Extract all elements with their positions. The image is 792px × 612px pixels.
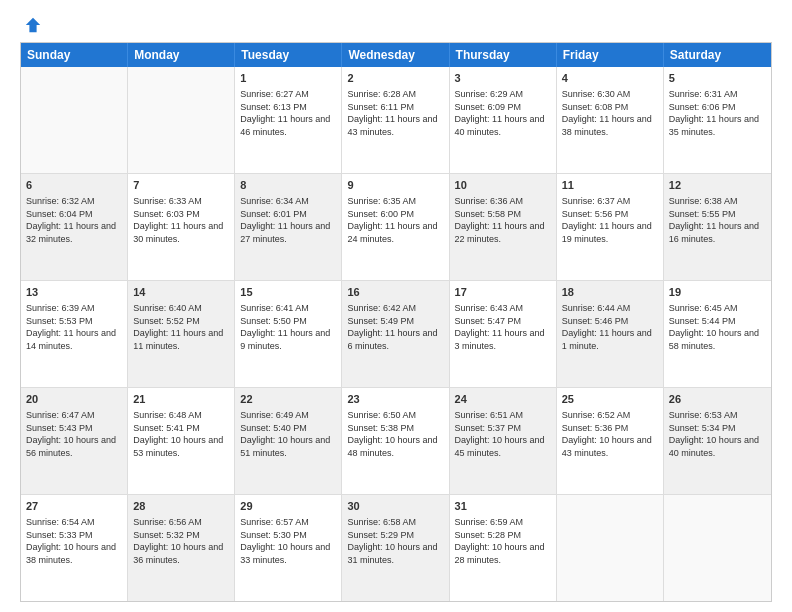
day-number: 4 xyxy=(562,71,658,86)
weekday-header: Monday xyxy=(128,43,235,67)
cell-info: Sunrise: 6:34 AMSunset: 6:01 PMDaylight:… xyxy=(240,196,330,244)
calendar-cell xyxy=(664,495,771,601)
day-number: 23 xyxy=(347,392,443,407)
day-number: 10 xyxy=(455,178,551,193)
cell-info: Sunrise: 6:32 AMSunset: 6:04 PMDaylight:… xyxy=(26,196,116,244)
day-number: 31 xyxy=(455,499,551,514)
cell-info: Sunrise: 6:37 AMSunset: 5:56 PMDaylight:… xyxy=(562,196,652,244)
day-number: 13 xyxy=(26,285,122,300)
day-number: 16 xyxy=(347,285,443,300)
calendar-cell: 15Sunrise: 6:41 AMSunset: 5:50 PMDayligh… xyxy=(235,281,342,387)
calendar-cell: 22Sunrise: 6:49 AMSunset: 5:40 PMDayligh… xyxy=(235,388,342,494)
day-number: 27 xyxy=(26,499,122,514)
day-number: 25 xyxy=(562,392,658,407)
day-number: 20 xyxy=(26,392,122,407)
day-number: 3 xyxy=(455,71,551,86)
day-number: 21 xyxy=(133,392,229,407)
calendar-cell: 20Sunrise: 6:47 AMSunset: 5:43 PMDayligh… xyxy=(21,388,128,494)
calendar-cell: 3Sunrise: 6:29 AMSunset: 6:09 PMDaylight… xyxy=(450,67,557,173)
weekday-header: Sunday xyxy=(21,43,128,67)
calendar-cell: 6Sunrise: 6:32 AMSunset: 6:04 PMDaylight… xyxy=(21,174,128,280)
calendar-cell: 19Sunrise: 6:45 AMSunset: 5:44 PMDayligh… xyxy=(664,281,771,387)
weekday-header: Saturday xyxy=(664,43,771,67)
calendar-cell: 7Sunrise: 6:33 AMSunset: 6:03 PMDaylight… xyxy=(128,174,235,280)
calendar-cell: 14Sunrise: 6:40 AMSunset: 5:52 PMDayligh… xyxy=(128,281,235,387)
cell-info: Sunrise: 6:45 AMSunset: 5:44 PMDaylight:… xyxy=(669,303,759,351)
cell-info: Sunrise: 6:57 AMSunset: 5:30 PMDaylight:… xyxy=(240,517,330,565)
calendar-row: 1Sunrise: 6:27 AMSunset: 6:13 PMDaylight… xyxy=(21,67,771,173)
calendar-cell: 2Sunrise: 6:28 AMSunset: 6:11 PMDaylight… xyxy=(342,67,449,173)
day-number: 12 xyxy=(669,178,766,193)
cell-info: Sunrise: 6:52 AMSunset: 5:36 PMDaylight:… xyxy=(562,410,652,458)
day-number: 29 xyxy=(240,499,336,514)
logo-icon xyxy=(24,16,42,34)
cell-info: Sunrise: 6:49 AMSunset: 5:40 PMDaylight:… xyxy=(240,410,330,458)
calendar-page: SundayMondayTuesdayWednesdayThursdayFrid… xyxy=(0,0,792,612)
day-number: 26 xyxy=(669,392,766,407)
svg-marker-0 xyxy=(26,18,40,32)
calendar-cell: 13Sunrise: 6:39 AMSunset: 5:53 PMDayligh… xyxy=(21,281,128,387)
day-number: 1 xyxy=(240,71,336,86)
cell-info: Sunrise: 6:56 AMSunset: 5:32 PMDaylight:… xyxy=(133,517,223,565)
calendar-cell: 26Sunrise: 6:53 AMSunset: 5:34 PMDayligh… xyxy=(664,388,771,494)
cell-info: Sunrise: 6:54 AMSunset: 5:33 PMDaylight:… xyxy=(26,517,116,565)
cell-info: Sunrise: 6:31 AMSunset: 6:06 PMDaylight:… xyxy=(669,89,759,137)
calendar-row: 6Sunrise: 6:32 AMSunset: 6:04 PMDaylight… xyxy=(21,173,771,280)
cell-info: Sunrise: 6:29 AMSunset: 6:09 PMDaylight:… xyxy=(455,89,545,137)
calendar-cell xyxy=(21,67,128,173)
cell-info: Sunrise: 6:42 AMSunset: 5:49 PMDaylight:… xyxy=(347,303,437,351)
calendar-cell xyxy=(128,67,235,173)
cell-info: Sunrise: 6:33 AMSunset: 6:03 PMDaylight:… xyxy=(133,196,223,244)
calendar-cell: 5Sunrise: 6:31 AMSunset: 6:06 PMDaylight… xyxy=(664,67,771,173)
calendar-body: 1Sunrise: 6:27 AMSunset: 6:13 PMDaylight… xyxy=(21,67,771,601)
day-number: 14 xyxy=(133,285,229,300)
cell-info: Sunrise: 6:38 AMSunset: 5:55 PMDaylight:… xyxy=(669,196,759,244)
calendar-cell: 27Sunrise: 6:54 AMSunset: 5:33 PMDayligh… xyxy=(21,495,128,601)
day-number: 17 xyxy=(455,285,551,300)
day-number: 22 xyxy=(240,392,336,407)
calendar-cell: 4Sunrise: 6:30 AMSunset: 6:08 PMDaylight… xyxy=(557,67,664,173)
logo xyxy=(20,16,42,34)
day-number: 5 xyxy=(669,71,766,86)
cell-info: Sunrise: 6:47 AMSunset: 5:43 PMDaylight:… xyxy=(26,410,116,458)
calendar-row: 20Sunrise: 6:47 AMSunset: 5:43 PMDayligh… xyxy=(21,387,771,494)
cell-info: Sunrise: 6:40 AMSunset: 5:52 PMDaylight:… xyxy=(133,303,223,351)
cell-info: Sunrise: 6:44 AMSunset: 5:46 PMDaylight:… xyxy=(562,303,652,351)
day-number: 8 xyxy=(240,178,336,193)
cell-info: Sunrise: 6:36 AMSunset: 5:58 PMDaylight:… xyxy=(455,196,545,244)
day-number: 30 xyxy=(347,499,443,514)
calendar-row: 27Sunrise: 6:54 AMSunset: 5:33 PMDayligh… xyxy=(21,494,771,601)
calendar-header: SundayMondayTuesdayWednesdayThursdayFrid… xyxy=(21,43,771,67)
calendar-cell: 9Sunrise: 6:35 AMSunset: 6:00 PMDaylight… xyxy=(342,174,449,280)
day-number: 6 xyxy=(26,178,122,193)
calendar-cell: 16Sunrise: 6:42 AMSunset: 5:49 PMDayligh… xyxy=(342,281,449,387)
cell-info: Sunrise: 6:50 AMSunset: 5:38 PMDaylight:… xyxy=(347,410,437,458)
calendar-cell xyxy=(557,495,664,601)
calendar-cell: 23Sunrise: 6:50 AMSunset: 5:38 PMDayligh… xyxy=(342,388,449,494)
calendar-cell: 10Sunrise: 6:36 AMSunset: 5:58 PMDayligh… xyxy=(450,174,557,280)
header xyxy=(20,16,772,34)
cell-info: Sunrise: 6:27 AMSunset: 6:13 PMDaylight:… xyxy=(240,89,330,137)
day-number: 2 xyxy=(347,71,443,86)
day-number: 19 xyxy=(669,285,766,300)
day-number: 11 xyxy=(562,178,658,193)
calendar-cell: 28Sunrise: 6:56 AMSunset: 5:32 PMDayligh… xyxy=(128,495,235,601)
calendar-cell: 24Sunrise: 6:51 AMSunset: 5:37 PMDayligh… xyxy=(450,388,557,494)
weekday-header: Tuesday xyxy=(235,43,342,67)
calendar-cell: 31Sunrise: 6:59 AMSunset: 5:28 PMDayligh… xyxy=(450,495,557,601)
day-number: 9 xyxy=(347,178,443,193)
cell-info: Sunrise: 6:35 AMSunset: 6:00 PMDaylight:… xyxy=(347,196,437,244)
cell-info: Sunrise: 6:30 AMSunset: 6:08 PMDaylight:… xyxy=(562,89,652,137)
calendar-cell: 29Sunrise: 6:57 AMSunset: 5:30 PMDayligh… xyxy=(235,495,342,601)
calendar-cell: 21Sunrise: 6:48 AMSunset: 5:41 PMDayligh… xyxy=(128,388,235,494)
day-number: 7 xyxy=(133,178,229,193)
day-number: 15 xyxy=(240,285,336,300)
cell-info: Sunrise: 6:58 AMSunset: 5:29 PMDaylight:… xyxy=(347,517,437,565)
weekday-header: Thursday xyxy=(450,43,557,67)
calendar-cell: 12Sunrise: 6:38 AMSunset: 5:55 PMDayligh… xyxy=(664,174,771,280)
calendar-cell: 8Sunrise: 6:34 AMSunset: 6:01 PMDaylight… xyxy=(235,174,342,280)
cell-info: Sunrise: 6:28 AMSunset: 6:11 PMDaylight:… xyxy=(347,89,437,137)
calendar-cell: 30Sunrise: 6:58 AMSunset: 5:29 PMDayligh… xyxy=(342,495,449,601)
calendar-cell: 25Sunrise: 6:52 AMSunset: 5:36 PMDayligh… xyxy=(557,388,664,494)
calendar-cell: 11Sunrise: 6:37 AMSunset: 5:56 PMDayligh… xyxy=(557,174,664,280)
